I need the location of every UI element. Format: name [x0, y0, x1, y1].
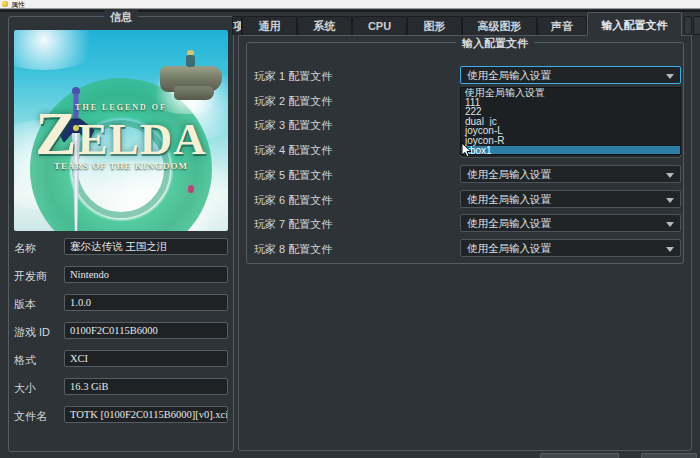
tab-graphics[interactable]: 图形 — [407, 16, 462, 35]
floating-island — [152, 44, 222, 96]
player6-profile-value: 使用全局输入设置 — [467, 193, 551, 205]
chevron-down-icon — [666, 74, 674, 79]
dropdown-option-222[interactable]: 222 — [461, 107, 680, 117]
app-icon — [2, 1, 8, 7]
tab-scroll-left-button[interactable] — [684, 16, 692, 35]
player5-profile-combobox[interactable]: 使用全局输入设置 — [460, 165, 681, 183]
field-label-game-id: 游戏 ID — [14, 325, 50, 340]
clipped-button[interactable] — [540, 453, 619, 458]
island-rock — [174, 86, 214, 100]
player5-profile-value: 使用全局输入设置 — [467, 168, 551, 180]
field-value-name: 塞尔达传说 王国之泪 — [64, 238, 228, 255]
tab-audio[interactable]: 声音 — [537, 16, 587, 35]
dropdown-option-joycon-l[interactable]: joycon-L — [461, 126, 680, 136]
player2-label: 玩家 2 配置文件 — [254, 94, 332, 109]
player3-label: 玩家 3 配置文件 — [254, 118, 332, 133]
profile-dropdown-list: 使用全局输入设置 111 222 dual_jc joycon-L joycon… — [460, 87, 681, 155]
link-character — [184, 50, 196, 70]
field-value-game-id: 0100F2C0115B6000 — [64, 322, 228, 339]
dropdown-option-dual-jc[interactable]: dual_jc — [461, 117, 680, 127]
player5-label: 玩家 5 配置文件 — [254, 168, 332, 183]
chevron-down-icon — [666, 222, 674, 227]
player6-profile-combobox[interactable]: 使用全局输入设置 — [460, 190, 681, 208]
field-value-version: 1.0.0 — [64, 294, 228, 311]
mouse-cursor-icon — [461, 142, 472, 158]
enemy-figure — [188, 185, 194, 193]
player8-profile-combobox[interactable]: 使用全局输入设置 — [460, 239, 681, 257]
field-label-developer: 开发商 — [14, 269, 47, 284]
window-title: 属性 — [11, 1, 25, 8]
cover-logo: ZELDA — [14, 108, 228, 164]
link-body — [186, 55, 195, 67]
player1-profile-value: 使用全局输入设置 — [467, 69, 551, 81]
player7-label: 玩家 7 配置文件 — [254, 217, 332, 232]
field-label-version: 版本 — [14, 297, 36, 312]
tab-cpu[interactable]: CPU — [352, 16, 407, 35]
cover-logo-z: Z — [35, 99, 77, 167]
player7-profile-value: 使用全局输入设置 — [467, 217, 551, 229]
dropdown-option-joycon-r[interactable]: joycon-R — [461, 136, 680, 146]
cloud-shape — [14, 30, 104, 70]
tab-system[interactable]: 系统 — [297, 16, 352, 35]
field-label-format: 格式 — [14, 353, 36, 368]
chevron-down-icon — [666, 198, 674, 203]
dropdown-option-111[interactable]: 111 — [461, 98, 680, 108]
titlebar: 属性 — [0, 0, 700, 9]
input-profiles-title: 输入配置文件 — [456, 36, 534, 51]
chevron-down-icon — [666, 173, 674, 178]
field-label-size: 大小 — [14, 381, 36, 396]
game-cover-art: THE LEGEND OF ZELDA TEARS OF THE KINGDOM — [14, 30, 228, 231]
player6-label: 玩家 6 配置文件 — [254, 193, 332, 208]
properties-window: 属性 信息 THE LEGEND OF — [0, 0, 700, 458]
player1-profile-combobox[interactable]: 使用全局输入设置 — [460, 66, 681, 84]
cover-logo-rest: ELDA — [78, 114, 207, 164]
info-group-title: 信息 — [104, 10, 138, 25]
dropdown-option-xbox1[interactable]: xbox1 — [461, 146, 680, 155]
field-label-filename: 文件名 — [14, 409, 47, 424]
player4-label: 玩家 4 配置文件 — [254, 143, 332, 158]
dropdown-option-global[interactable]: 使用全局输入设置 — [461, 88, 680, 98]
tab-addons-clipped[interactable]: 项 — [232, 16, 242, 35]
player1-label: 玩家 1 配置文件 — [254, 69, 332, 84]
field-value-format: XCI — [64, 350, 228, 367]
player8-label: 玩家 8 配置文件 — [254, 242, 332, 257]
player8-profile-value: 使用全局输入设置 — [467, 242, 551, 254]
tab-adv-graphics[interactable]: 高级图形 — [462, 16, 537, 35]
clipped-button[interactable] — [641, 453, 697, 458]
tab-general[interactable]: 通用 — [242, 16, 297, 35]
field-value-filename: TOTK [0100F2C0115B6000][v0].xci — [64, 406, 228, 423]
player7-profile-combobox[interactable]: 使用全局输入设置 — [460, 214, 681, 232]
field-value-size: 16.3 GiB — [64, 378, 228, 395]
chevron-down-icon — [666, 247, 674, 252]
field-value-developer: Nintendo — [64, 266, 228, 283]
cover-subtitle: TEARS OF THE KINGDOM — [14, 161, 228, 171]
tab-scroll-right-button[interactable] — [693, 16, 700, 35]
tab-input-profiles[interactable]: 输入配置文件 — [587, 12, 682, 36]
field-label-name: 名称 — [14, 241, 36, 256]
